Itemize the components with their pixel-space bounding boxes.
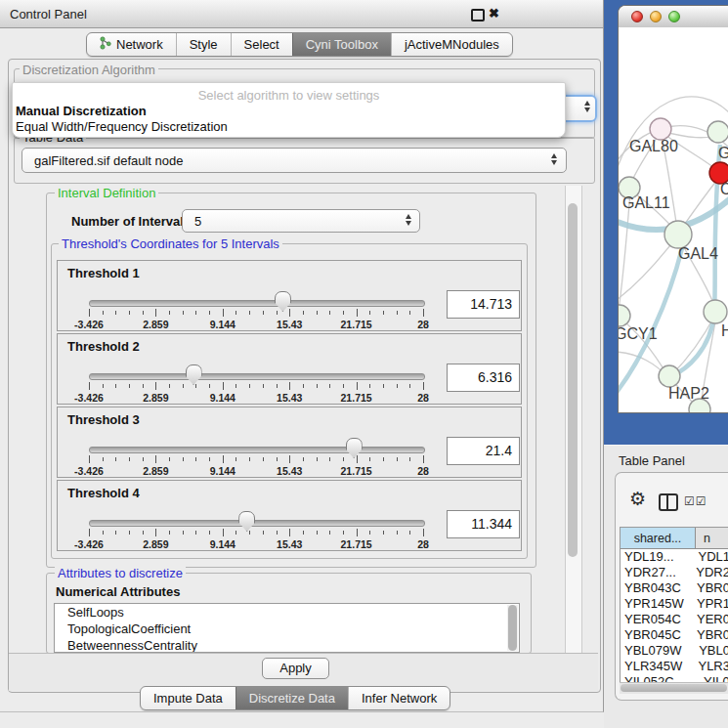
dropdown-option-manual[interactable]: Manual Discretization (15, 104, 563, 118)
table-row[interactable]: YDL19...YDL1 (621, 549, 728, 565)
node-gal80[interactable] (650, 118, 671, 140)
threshold-value-field[interactable]: 6.316 (447, 364, 520, 392)
cell-shared-name[interactable]: YDL19... (621, 549, 690, 565)
cell-name[interactable]: YER0 (689, 612, 728, 627)
close-icon[interactable]: ✖ (489, 6, 499, 21)
threshold-value-field[interactable]: 14.713 (447, 290, 520, 319)
slider-tick (143, 311, 144, 315)
slider-track[interactable] (89, 373, 425, 380)
threshold-slider[interactable]: -3.4262.8599.14415.4321.71528 (89, 438, 423, 475)
columns-icon[interactable] (659, 493, 678, 511)
discretization-algorithm-label: Discretization Algorithm (20, 63, 158, 77)
slider-tick (397, 531, 398, 535)
cell-shared-name[interactable]: YLR345W (621, 659, 690, 674)
gear-icon[interactable]: ⚙ (629, 490, 646, 508)
slider-track[interactable] (89, 520, 425, 527)
node-gal4[interactable] (664, 221, 692, 248)
threshold-value-field[interactable]: 21.4 (447, 437, 520, 465)
number-of-intervals-combobox[interactable]: 5 (182, 209, 420, 233)
tab-discretize-data[interactable]: Discretize Data (236, 687, 348, 709)
threshold-slider[interactable]: -3.4262.8599.14415.4321.71528 (89, 291, 423, 328)
table-row[interactable]: YER054CYER0 (621, 612, 728, 627)
threshold-slider[interactable]: -3.4262.8599.14415.4321.71528 (89, 364, 423, 402)
cell-shared-name[interactable]: YER054C (621, 612, 689, 627)
slider-tick (369, 311, 370, 315)
cell-shared-name[interactable]: YPR145W (621, 596, 689, 612)
settings-scrollbar[interactable] (565, 186, 582, 653)
slider-tick-label: 21.715 (341, 538, 372, 550)
threshold-value-field[interactable]: 11.344 (447, 510, 520, 538)
table-body[interactable]: YDL19...YDL1YDR27...YDR2YBR043CYBR0YPR14… (621, 549, 728, 683)
network-canvas[interactable]: GAL80 G C GAL11 GAL4 GCY1 H HAP2 (619, 27, 728, 412)
tab-infer-network[interactable]: Infer Network (348, 687, 450, 709)
attribute-list-item[interactable]: BetweennessCentrality (55, 637, 519, 653)
scrollbar-thumb[interactable] (621, 684, 727, 692)
slider-track[interactable] (89, 447, 425, 453)
float-window-icon[interactable] (471, 9, 485, 21)
slider-tick (409, 457, 410, 461)
slider-tick (263, 384, 264, 388)
node[interactable] (707, 121, 728, 143)
column-header-shared-name[interactable]: shared... (621, 528, 696, 548)
cell-name[interactable]: YLR3 (690, 659, 728, 674)
table-row[interactable]: YLR345WYLR3 (621, 659, 728, 674)
table-panel-title: Table Panel (619, 453, 685, 468)
tab-label: Discretize Data (249, 691, 335, 706)
cell-name[interactable]: YBR0 (689, 580, 728, 596)
table-data-combobox[interactable]: galFiltered.sif default node (21, 148, 567, 173)
tab-style[interactable]: Style (176, 33, 231, 56)
table-row[interactable]: YBR043CYBR0 (621, 580, 728, 596)
tab-impute-data[interactable]: Impute Data (141, 687, 236, 709)
apply-button[interactable]: Apply (262, 658, 329, 679)
tab-jactivemnodules[interactable]: jActiveMNodules (391, 33, 512, 56)
slider-tick (409, 531, 410, 535)
table-row[interactable]: YPR145WYPR1 (621, 596, 728, 612)
node[interactable] (704, 300, 727, 323)
column-header-name[interactable]: n (696, 528, 728, 548)
cell-name[interactable]: YDL1 (690, 549, 728, 565)
slider-track[interactable] (89, 300, 425, 307)
attributes-scrollbar[interactable] (507, 605, 518, 651)
table-row[interactable]: YBL079WYBL0 (621, 643, 728, 659)
cell-name[interactable]: YBL0 (691, 643, 728, 659)
slider-tick (169, 384, 170, 388)
node-hap2[interactable] (659, 365, 680, 387)
cell-shared-name[interactable]: YDR27... (621, 565, 688, 580)
node-gcy1[interactable] (619, 305, 630, 326)
number-of-intervals-value: 5 (194, 214, 201, 229)
tab-network[interactable]: Network (87, 33, 176, 56)
scrollbar-thumb[interactable] (568, 203, 578, 557)
slider-tick (236, 311, 236, 315)
slider-tick (397, 457, 398, 461)
zoom-traffic-light-icon[interactable] (668, 11, 680, 22)
slider-tick (115, 384, 116, 388)
close-traffic-light-icon[interactable] (631, 11, 643, 22)
dropdown-option-equal-width[interactable]: Equal Width/Frequency Discretization (15, 119, 563, 134)
attribute-list-item[interactable]: TopologicalCoefficient (55, 621, 519, 637)
table-horizontal-scrollbar[interactable] (620, 682, 728, 694)
cell-name[interactable]: YDR2 (688, 565, 728, 580)
cell-shared-name[interactable]: YBL079W (621, 643, 691, 659)
cell-name[interactable]: YBR0 (689, 627, 728, 643)
numerical-attributes-list[interactable]: SelfLoopsTopologicalCoefficientBetweenne… (54, 603, 520, 653)
cell-name[interactable]: YPR1 (689, 596, 728, 612)
threshold-slider[interactable]: -3.4262.8599.14415.4321.71528 (89, 511, 423, 548)
scrollbar-thumb[interactable] (508, 605, 517, 651)
slider-tick (236, 531, 236, 535)
attribute-list-item[interactable]: SelfLoops (55, 604, 519, 621)
cell-shared-name[interactable]: YBR045C (621, 627, 689, 643)
network-graph: GAL80 G C GAL11 GAL4 GCY1 H HAP2 (619, 27, 728, 412)
tab-select[interactable]: Select (231, 33, 292, 56)
slider-tick (277, 531, 278, 535)
attributes-items: SelfLoopsTopologicalCoefficientBetweenne… (55, 604, 519, 653)
slider-tick (317, 531, 318, 535)
algorithm-dropdown-popup: Select algorithm to view settings Manual… (12, 82, 566, 138)
slider-tick (103, 531, 104, 535)
select-columns-checkboxes-icon[interactable]: ☑☑ (684, 494, 707, 508)
slider-tick (357, 529, 358, 536)
cell-shared-name[interactable]: YBR043C (621, 580, 689, 596)
minimize-traffic-light-icon[interactable] (650, 11, 662, 22)
tab-cyni-toolbox[interactable]: Cyni Toolbox (292, 33, 391, 56)
table-row[interactable]: YDR27...YDR2 (621, 565, 728, 580)
table-row[interactable]: YBR045CYBR0 (621, 627, 728, 643)
